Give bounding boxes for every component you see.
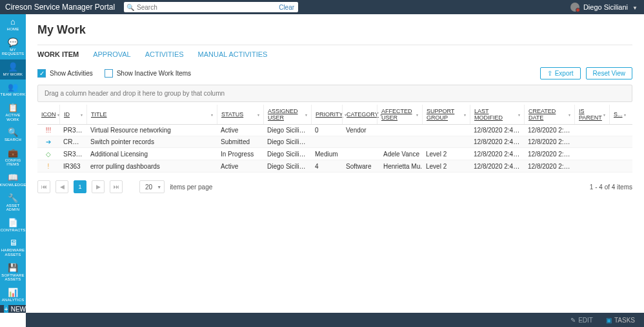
nav-item-hardware-assets[interactable]: 🖥HARDWARE ASSETS (0, 235, 26, 260)
nav-icon: 📖 (8, 173, 18, 182)
sort-icon: ▾ (257, 112, 259, 117)
new-label: NEW (11, 306, 26, 313)
column-header-is-parent[interactable]: IS PARENT▾ (574, 105, 609, 124)
export-label: Export (555, 70, 574, 77)
nav-icon: 📋 (8, 103, 18, 112)
sort-icon: ▾ (569, 112, 570, 117)
group-drop-zone[interactable]: Drag a column header and drop it here to… (37, 85, 632, 102)
cell-category: Software (342, 161, 377, 172)
pencil-icon: ✎ (570, 317, 576, 324)
nav-item-config-items[interactable]: 💼CONFIG ITEMS (0, 145, 26, 170)
nav-item-home[interactable]: ⌂HOME (0, 14, 26, 35)
tab-manual-activities[interactable]: MANUAL ACTIVITIES (198, 50, 268, 58)
cell-id: CR371 (59, 136, 86, 147)
pager-last[interactable]: ⏭ (110, 180, 123, 193)
plus-icon: + (4, 305, 8, 313)
page-size-select[interactable]: 20 (139, 180, 165, 193)
nav-item-knowledge[interactable]: 📖KNOWLEDGE (0, 170, 26, 191)
bottom-bar: ✎ EDIT ▣ TASKS (26, 313, 644, 327)
nav-label: ACTIVE WORK (0, 113, 26, 121)
nav-item-search[interactable]: 🔍SEARCH (0, 125, 26, 145)
search-clear-link[interactable]: Clear (275, 4, 298, 11)
cell-support-group (422, 140, 470, 144)
nav-label: CONTRACTS (0, 228, 25, 233)
nav-item-active-work[interactable]: 📋ACTIVE WORK (0, 100, 26, 125)
column-header-assigned-user[interactable]: ASSIGNED USER▾ (263, 105, 311, 124)
chevron-down-icon: ▼ (632, 5, 638, 11)
cell-is-parent (574, 140, 609, 144)
column-header-category[interactable]: CATEGORY▾ (342, 105, 377, 124)
user-avatar[interactable] (570, 3, 579, 12)
table-row[interactable]: !IR363error pulling dashboardsActiveDieg… (37, 160, 632, 173)
nav-icon: 🔧 (8, 194, 18, 202)
brand-title: Cireson Service Manager Portal (0, 3, 120, 12)
column-header-s-[interactable]: S...▾ (609, 105, 625, 124)
user-menu[interactable]: Diego Siciliani ▼ (583, 3, 638, 11)
cell-status: Active (217, 161, 263, 172)
tab-approval[interactable]: APPROVAL (93, 50, 131, 58)
column-header-affected-user[interactable]: AFFECTED USER▾ (377, 105, 422, 124)
top-bar: Cireson Service Manager Portal 🔍 Clear D… (0, 0, 644, 14)
tab-activities[interactable]: ACTIVITIES (145, 50, 184, 58)
show-activities-label: Show Activities (50, 70, 93, 77)
cell-assigned-user: Diego Siciliani (263, 161, 311, 172)
export-icon: ⇪ (547, 70, 552, 77)
column-header-status[interactable]: STATUS▾ (217, 105, 263, 124)
cell-id: PR373 (59, 125, 86, 136)
sort-icon: ▾ (624, 112, 626, 117)
column-header-created-date[interactable]: CREATED DATE▾ (524, 105, 574, 124)
column-header-priority[interactable]: PRIORITY▾ (311, 105, 342, 124)
show-inactive-label: Show Inactive Work Items (117, 70, 191, 77)
new-button[interactable]: + NEW (0, 305, 26, 313)
sort-icon: ▾ (416, 112, 418, 117)
reset-view-button[interactable]: Reset View (586, 67, 632, 79)
table-row[interactable]: ➔CR371Switch pointer recordsSubmittedDie… (37, 136, 632, 148)
table-row[interactable]: !!!PR373Virtual Resource networkingActiv… (37, 125, 632, 136)
nav-label: KNOWLEDGE (0, 183, 26, 187)
nav-item-contracts[interactable]: 📄CONTRACTS (0, 215, 26, 236)
edit-action[interactable]: ✎ EDIT (570, 317, 593, 324)
search-container: 🔍 Clear (124, 2, 298, 12)
nav-item-software-assets[interactable]: 💾SOFTWARE ASSETS (0, 260, 26, 285)
cell-category (342, 140, 377, 144)
pager-next[interactable]: ▶ (92, 180, 105, 193)
column-header-last-modified[interactable]: LAST MODIFIED▾ (470, 105, 524, 124)
pager-prev[interactable]: ◀ (55, 180, 68, 193)
cell-last-modified: 12/8/2020 2:45 PM (470, 161, 524, 172)
search-input[interactable] (137, 4, 275, 11)
nav-item-analytics[interactable]: 📊ANALYTICS (0, 285, 26, 306)
nav-icon: 📄 (8, 218, 18, 227)
sort-icon: ▾ (81, 112, 83, 117)
cell-priority (311, 140, 342, 144)
pager-first[interactable]: ⏮ (37, 180, 50, 193)
show-inactive-checkbox[interactable] (105, 69, 113, 78)
nav-item-my-work[interactable]: 👤MY WORK (0, 59, 26, 80)
cell-status: Active (217, 125, 263, 136)
column-header-support-group[interactable]: SUPPORT GROUP▾ (422, 105, 470, 124)
edit-label: EDIT (578, 317, 593, 324)
nav-icon: 👥 (8, 83, 18, 91)
cell-s (609, 129, 625, 132)
tab-work-item[interactable]: WORK ITEM (37, 50, 79, 58)
nav-label: MY REQUESTS (0, 48, 26, 56)
column-header-icon[interactable]: ICON▾ (37, 105, 59, 124)
column-header-id[interactable]: ID▾ (59, 105, 86, 124)
tabs: WORK ITEMAPPROVALACTIVITIESMANUAL ACTIVI… (37, 45, 632, 62)
pager-page-1[interactable]: 1 (74, 180, 86, 193)
tasks-action[interactable]: ▣ TASKS (606, 317, 635, 324)
cell-s (609, 152, 625, 156)
show-activities-checkbox[interactable]: ✓ (37, 69, 46, 78)
export-button[interactable]: ⇪ Export (540, 67, 581, 79)
main-content: My Work WORK ITEMAPPROVALACTIVITIESMANUA… (26, 14, 644, 313)
column-header-title[interactable]: TITLE▾ (86, 105, 217, 124)
nav-item-asset-admin[interactable]: 🔧ASSET ADMIN (0, 191, 26, 215)
nav-item-team-work[interactable]: 👥TEAM WORK (0, 79, 26, 100)
nav-item-my-requests[interactable]: 💬MY REQUESTS (0, 35, 26, 59)
table-row[interactable]: ◇SR365Additional LicensingIn ProgressDie… (37, 148, 632, 160)
cell-priority: 0 (311, 125, 342, 136)
grid-header: ICON▾ID▾TITLE▾STATUS▾ASSIGNED USER▾PRIOR… (37, 105, 632, 125)
cell-assigned-user: Diego Siciliani (263, 136, 311, 147)
cell-assigned-user: Diego Siciliani (263, 125, 311, 136)
nav-label: HOME (7, 27, 19, 32)
cell-created-date: 12/8/2020 2:40 PM (524, 161, 574, 172)
